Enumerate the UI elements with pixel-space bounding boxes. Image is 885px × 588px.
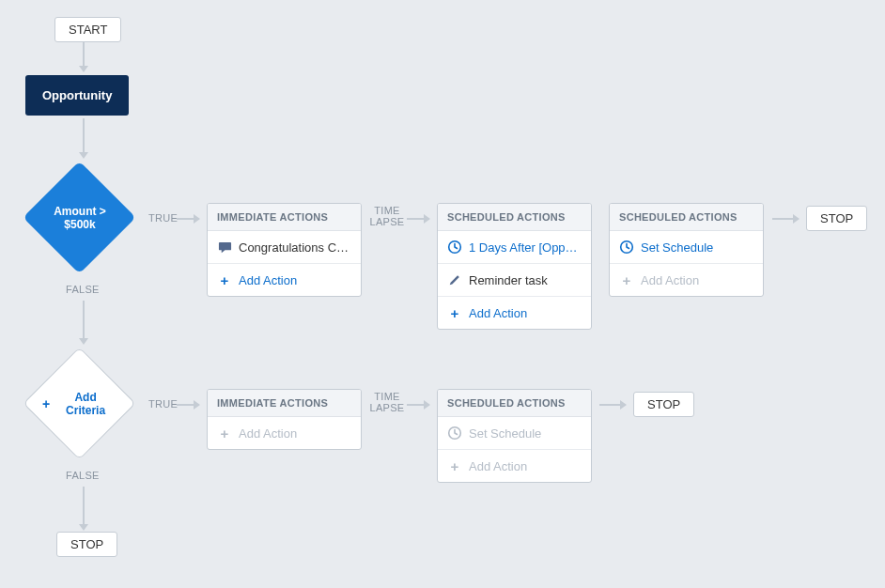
chat-icon <box>217 240 232 255</box>
scheduled-actions-card-2: SCHEDULED ACTIONS Set Schedule + Add Act… <box>609 203 764 297</box>
plus-icon: + <box>447 305 462 320</box>
card-header: IMMEDIATE ACTIONS <box>208 390 361 417</box>
scheduled-actions-card-3: SCHEDULED ACTIONS Set Schedule + Add Act… <box>437 389 592 483</box>
card-header: IMMEDIATE ACTIONS <box>208 204 361 231</box>
card-header: SCHEDULED ACTIONS <box>438 390 591 417</box>
trigger-node[interactable]: Opportunity <box>25 75 129 116</box>
action-label: Reminder task <box>469 273 548 287</box>
schedule-label: Set Schedule <box>469 426 541 441</box>
plus-icon: + <box>217 426 232 441</box>
arrow-stop-1 <box>772 214 800 224</box>
arrow-stop-2 <box>599 400 627 410</box>
clock-icon <box>619 240 634 255</box>
true-label-1: TRUE <box>148 212 178 224</box>
add-action-label: Add Action <box>641 273 699 287</box>
plus-icon: + <box>217 272 232 287</box>
stop-node-2[interactable]: STOP <box>633 392 694 417</box>
arrow-criteria1-down <box>79 301 88 345</box>
add-action-disabled: + Add Action <box>610 264 763 296</box>
add-criteria-label: + Add Criteria <box>23 348 136 460</box>
card-header: SCHEDULED ACTIONS <box>438 204 591 231</box>
add-action-label: Add Action <box>239 273 297 287</box>
clock-icon <box>447 426 462 441</box>
schedule-label: Set Schedule <box>641 240 713 255</box>
false-label-1: FALSE <box>66 284 100 295</box>
stop-node-final[interactable]: STOP <box>56 532 117 557</box>
clock-icon <box>447 240 462 255</box>
pencil-icon <box>447 272 462 287</box>
immediate-actions-card-2: IMMEDIATE ACTIONS + Add Action <box>207 389 362 450</box>
arrow-timelapse-2 <box>407 400 430 410</box>
set-schedule-button[interactable]: Set Schedule <box>610 231 763 264</box>
schedule-row[interactable]: 1 Days After [Oppo... <box>438 231 591 264</box>
arrow-start-trigger <box>79 41 88 72</box>
time-lapse-label-2: TIME LAPSE <box>369 391 405 413</box>
true-label-2: TRUE <box>148 398 178 410</box>
action-label: Congratulations Ch... <box>239 240 351 255</box>
add-action-label: Add Action <box>469 306 527 320</box>
criteria-label: Amount > $500k <box>23 162 136 274</box>
arrow-true-2 <box>177 400 200 410</box>
schedule-label: 1 Days After [Oppo... <box>469 240 582 255</box>
false-label-2: FALSE <box>66 470 100 481</box>
add-action-button[interactable]: + Add Action <box>438 297 591 329</box>
set-schedule-disabled: Set Schedule <box>438 417 591 450</box>
arrow-true-1 <box>177 214 200 224</box>
criteria-node-amount[interactable]: Amount > $500k <box>23 162 136 274</box>
plus-icon: + <box>619 272 634 287</box>
arrow-trigger-criteria1 <box>79 118 88 159</box>
add-criteria-node[interactable]: + Add Criteria <box>23 348 136 460</box>
add-action-label: Add Action <box>469 459 527 473</box>
action-item[interactable]: Reminder task <box>438 264 591 297</box>
start-node[interactable]: START <box>54 17 121 42</box>
arrow-timelapse-1 <box>407 214 430 224</box>
add-action-label: Add Action <box>239 426 297 441</box>
stop-node-1[interactable]: STOP <box>806 206 867 231</box>
add-action-disabled: + Add Action <box>208 417 361 449</box>
immediate-actions-card-1: IMMEDIATE ACTIONS Congratulations Ch... … <box>207 203 362 297</box>
plus-icon: + <box>447 458 462 473</box>
time-lapse-label-1: TIME LAPSE <box>369 205 405 227</box>
add-action-disabled: + Add Action <box>438 450 591 482</box>
card-header: SCHEDULED ACTIONS <box>610 204 763 231</box>
arrow-criteria2-down <box>79 487 88 531</box>
action-item[interactable]: Congratulations Ch... <box>208 231 361 264</box>
scheduled-actions-card-1: SCHEDULED ACTIONS 1 Days After [Oppo... … <box>437 203 592 330</box>
plus-icon: + <box>42 396 50 412</box>
add-action-button[interactable]: + Add Action <box>208 264 361 296</box>
